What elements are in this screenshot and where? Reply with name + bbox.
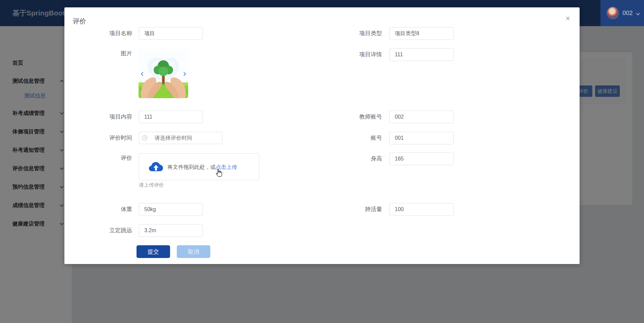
upload-dropzone[interactable]: 将文件拖到此处，或点击上传 <box>139 153 259 180</box>
image-label: 图片 <box>82 47 132 60</box>
cancel-button[interactable]: 取消 <box>177 245 210 258</box>
dialog-title: 评价 <box>73 17 86 26</box>
upload-drag-text: 将文件拖到此处，或 <box>167 164 216 170</box>
weight-label: 体重 <box>82 203 132 216</box>
image-carousel[interactable]: ‹ › <box>139 49 188 98</box>
project-name-label: 项目名称 <box>82 27 132 40</box>
project-content-label: 项目内容 <box>82 111 132 123</box>
submit-button[interactable]: 提交 <box>137 245 170 258</box>
vital-capacity-input[interactable] <box>389 203 454 216</box>
account-input[interactable] <box>389 132 454 144</box>
user-name: 002 <box>623 0 633 26</box>
standing-jump-input[interactable] <box>139 224 203 237</box>
avatar[interactable] <box>606 7 619 19</box>
weight-input[interactable] <box>139 203 203 216</box>
height-label: 身高 <box>332 152 382 165</box>
tree-in-hands-image <box>139 49 188 98</box>
account-label: 账号 <box>332 132 382 144</box>
chevron-down-icon <box>636 11 640 15</box>
evaluation-label: 评价 <box>82 152 132 165</box>
project-detail-label: 项目详情 <box>332 48 382 61</box>
teacher-account-label: 教师账号 <box>332 111 382 123</box>
carousel-prev-icon[interactable]: ‹ <box>141 69 144 78</box>
eval-time-label: 评价时间 <box>82 132 132 144</box>
evaluation-dialog: 评价 × 项目名称 项目类型 图片 ‹ › 项目详情 <box>64 7 580 264</box>
project-name-input[interactable] <box>139 27 203 40</box>
standing-jump-label: 立定跳远 <box>82 224 132 237</box>
close-icon[interactable]: × <box>563 13 573 23</box>
carousel-next-icon[interactable]: › <box>183 69 186 78</box>
eval-time-picker[interactable] <box>139 132 222 144</box>
project-type-label: 项目类型 <box>332 27 382 40</box>
project-detail-input[interactable] <box>389 48 454 61</box>
project-type-input[interactable] <box>389 27 454 40</box>
vital-capacity-label: 肺活量 <box>332 203 382 216</box>
teacher-account-input[interactable] <box>389 111 454 123</box>
clock-icon <box>142 135 148 141</box>
upload-hint: 请上传评价 <box>139 182 164 188</box>
project-content-input[interactable] <box>139 111 203 123</box>
user-menu[interactable]: 002 <box>600 0 644 26</box>
upload-cloud-icon <box>149 160 163 173</box>
height-input[interactable] <box>389 152 454 165</box>
upload-click-link[interactable]: 点击上传 <box>216 164 237 170</box>
